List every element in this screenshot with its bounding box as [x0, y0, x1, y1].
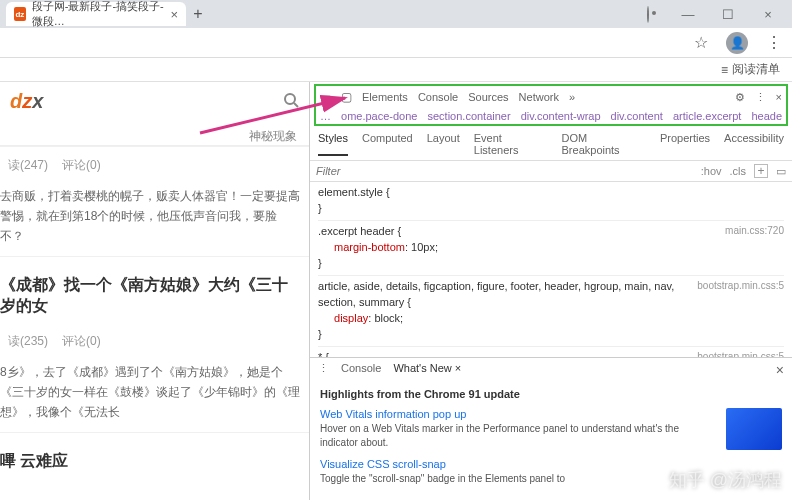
post-excerpt: 8乡》，去了《成都》遇到了个《南方姑娘》，她是个《三十岁的女一样在《鼓楼》谈起了… [0, 360, 309, 433]
crumb[interactable]: ome.pace-done [341, 110, 417, 122]
tab-console[interactable]: Console [418, 91, 458, 103]
subtab-accessibility[interactable]: Accessibility [724, 132, 784, 156]
post-title[interactable]: 嗶 云难应 [0, 433, 309, 478]
tip-title[interactable]: Visualize CSS scroll-snap [320, 458, 782, 470]
devtools-drawer: ⋮ Console What's New × × Highlights from… [310, 357, 792, 500]
reading-list-label: 阅读清单 [732, 61, 780, 78]
incognito-icon [630, 7, 666, 22]
drawer-heading: Highlights from the Chrome 91 update [320, 388, 782, 400]
tip-desc: Toggle the "scroll-snap" badge in the El… [320, 472, 782, 486]
crumb[interactable]: heade [751, 110, 782, 122]
dom-breadcrumb[interactable]: … ome.pace-done section.container div.co… [320, 106, 782, 122]
svg-line-1 [294, 103, 298, 107]
post-meta: 读(235) 评论(0) [0, 323, 309, 360]
window-controls: — ☐ × [630, 7, 792, 22]
drawer-tabs: ⋮ Console What's New × × [310, 358, 792, 382]
prop-val[interactable]: 10px; [411, 241, 438, 253]
reads-count[interactable]: 读(247) [8, 157, 48, 174]
prop-val[interactable]: block; [374, 312, 403, 324]
drawer-tab-whatsnew[interactable]: What's New × [393, 362, 461, 378]
devtools-highlight-box: ▭ ▢ Elements Console Sources Network » ⚙… [314, 84, 788, 126]
bookmark-star-icon[interactable]: ☆ [694, 33, 708, 52]
selector[interactable]: article, aside, details, figcaption, fig… [318, 280, 674, 308]
devtools-main-tabs: ▭ ▢ Elements Console Sources Network » ⚙… [320, 88, 782, 106]
reads-count[interactable]: 读(235) [8, 333, 48, 350]
selector[interactable]: element.style { [318, 186, 390, 198]
crumb[interactable]: … [320, 110, 331, 122]
kebab-icon[interactable]: ⋮ [755, 91, 766, 104]
tip-thumbnail [726, 408, 782, 450]
browser-tab[interactable]: dz 段子网-最新段子-搞笑段子-微段… × [6, 2, 186, 26]
bookmark-bar: ≡阅读清单 [0, 58, 792, 82]
styles-subtabs: Styles Computed Layout Event Listeners D… [310, 126, 792, 161]
prop-name[interactable]: display [334, 312, 368, 324]
crumb[interactable]: section.container [427, 110, 510, 122]
browser-toolbar: ☆ 👤 ⋮ [0, 28, 792, 58]
post-meta: 读(247) 评论(0) [0, 146, 309, 184]
svg-point-0 [285, 94, 295, 104]
close-icon[interactable]: × [170, 7, 178, 22]
selector[interactable]: .excerpt header { [318, 225, 401, 237]
search-icon[interactable] [283, 92, 299, 111]
devtools-panel: ▭ ▢ Elements Console Sources Network » ⚙… [310, 82, 792, 500]
subtab-properties[interactable]: Properties [660, 132, 710, 156]
new-tab-button[interactable]: + [186, 5, 210, 23]
browser-tab-bar: dz 段子网-最新段子-搞笑段子-微段… × + — ☐ × [0, 0, 792, 28]
crumb[interactable]: article.excerpt [673, 110, 741, 122]
comments-count[interactable]: 评论(0) [62, 157, 101, 174]
source-link[interactable]: bootstrap.min.css:5 [697, 278, 784, 294]
settings-icon[interactable]: ⚙ [735, 91, 745, 104]
close-drawer-icon[interactable]: × [776, 362, 784, 378]
filter-input[interactable] [316, 165, 386, 177]
more-tabs-icon[interactable]: » [569, 91, 575, 103]
browser-menu-icon[interactable]: ⋮ [766, 33, 782, 52]
comments-count[interactable]: 评论(0) [62, 333, 101, 350]
tip-title[interactable]: Web Vitals information pop up [320, 408, 716, 420]
drawer-tab-console[interactable]: Console [341, 362, 381, 378]
subtab-dom-breakpoints[interactable]: DOM Breakpoints [562, 132, 646, 156]
reading-list-button[interactable]: ≡阅读清单 [721, 61, 780, 78]
prop-name[interactable]: margin-bottom [334, 241, 405, 253]
category-tab[interactable]: 神秘现象 [249, 128, 297, 145]
minimize-button[interactable]: — [670, 7, 706, 22]
cls-toggle[interactable]: .cls [730, 165, 747, 177]
profile-avatar[interactable]: 👤 [726, 32, 748, 54]
tip-desc: Hover on a Web Vitals marker in the Perf… [320, 422, 716, 450]
tip-item: Web Vitals information pop up Hover on a… [320, 408, 782, 450]
subtab-event-listeners[interactable]: Event Listeners [474, 132, 548, 156]
tab-elements[interactable]: Elements [362, 91, 408, 103]
favicon: dz [14, 7, 26, 21]
hov-toggle[interactable]: :hov [701, 165, 722, 177]
toggle-icon[interactable]: ▭ [776, 165, 786, 178]
inspect-icon[interactable]: ▭ [320, 90, 331, 104]
category-tabs: 神秘现象 [0, 120, 309, 146]
styles-rules[interactable]: element.style {} main.css:720 .excerpt h… [310, 182, 792, 357]
selector[interactable]: * { [318, 351, 329, 357]
close-window-button[interactable]: × [750, 7, 786, 22]
webpage-panel: dzx 神秘现象 读(247) 评论(0) 去商贩，打着卖樱桃的幌子，贩卖人体器… [0, 82, 310, 500]
close-devtools-icon[interactable]: × [776, 91, 782, 103]
site-logo[interactable]: dzx [10, 90, 43, 113]
list-icon: ≡ [721, 63, 728, 77]
subtab-styles[interactable]: Styles [318, 132, 348, 156]
device-icon[interactable]: ▢ [341, 90, 352, 104]
maximize-button[interactable]: ☐ [710, 7, 746, 22]
drawer-content: Highlights from the Chrome 91 update Web… [310, 382, 792, 500]
tab-title: 段子网-最新段子-搞笑段子-微段… [32, 0, 171, 29]
crumb[interactable]: div.content [611, 110, 663, 122]
new-style-rule-button[interactable]: + [754, 164, 768, 178]
source-link[interactable]: bootstrap.min.css:5 [697, 349, 784, 357]
site-header: dzx [0, 82, 309, 120]
subtab-layout[interactable]: Layout [427, 132, 460, 156]
tab-sources[interactable]: Sources [468, 91, 508, 103]
drawer-menu-icon[interactable]: ⋮ [318, 362, 329, 378]
post-excerpt: 去商贩，打着卖樱桃的幌子，贩卖人体器官！一定要提高警惕，就在到第18个的时候，他… [0, 184, 309, 257]
styles-filter-bar: :hov .cls + ▭ [310, 161, 792, 182]
source-link[interactable]: main.css:720 [725, 223, 784, 239]
tip-item: Visualize CSS scroll-snap Toggle the "sc… [320, 458, 782, 486]
crumb[interactable]: div.content-wrap [521, 110, 601, 122]
tab-network[interactable]: Network [519, 91, 559, 103]
subtab-computed[interactable]: Computed [362, 132, 413, 156]
post-title[interactable]: 《成都》找一个《南方姑娘》大约《三十岁的女 [0, 257, 309, 323]
